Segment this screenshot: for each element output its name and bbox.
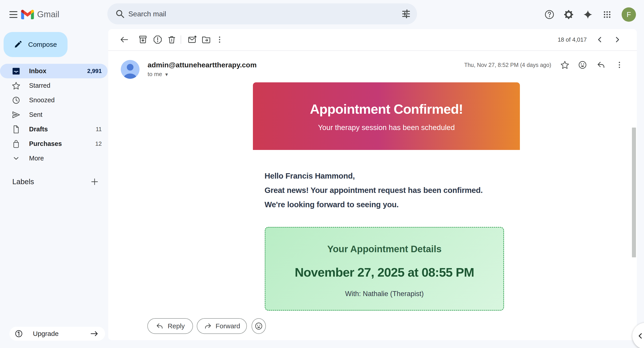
mark-unread-icon[interactable]	[187, 35, 197, 45]
move-to-folder-icon[interactable]	[201, 35, 211, 45]
toolbar-separator	[108, 50, 637, 51]
recipient-toggle[interactable]: to me▼	[148, 71, 169, 78]
clock-icon	[12, 96, 21, 105]
gmail-logo: Gmail	[21, 10, 59, 19]
smiley-icon	[254, 321, 263, 330]
message-more-options-icon[interactable]	[614, 60, 624, 70]
newer-chevron-icon[interactable]	[595, 35, 605, 45]
appointment-datetime: November 27, 2025 at 08:55 PM	[266, 265, 503, 280]
sidebar-item-label: Sent	[29, 111, 42, 118]
top-bar: Gmail	[0, 0, 644, 29]
gemini-sparkle-icon[interactable]	[583, 10, 593, 20]
forward-button-label: Forward	[216, 322, 240, 330]
compose-button[interactable]: Compose	[4, 32, 68, 57]
add-reaction-button[interactable]	[252, 318, 266, 334]
greeting-line: Hello Francis Hammond,	[264, 169, 578, 183]
sidebar-item-label: Snoozed	[29, 97, 55, 104]
sidebar-item-label: Inbox	[29, 67, 46, 75]
sidebar-item-label: More	[29, 155, 44, 162]
sender-email[interactable]: admin@attunehearttherapy.com	[148, 61, 257, 69]
pagination-counter: 18 of 4,017	[558, 36, 587, 43]
banner-title: Appointment Confirmed!	[253, 102, 520, 117]
sender-avatar[interactable]	[121, 60, 140, 79]
reply-icon[interactable]	[596, 60, 606, 70]
sidebar-item-drafts[interactable]: Drafts 11	[0, 122, 108, 137]
upgrade-label: Upgrade	[33, 330, 58, 337]
sidebar-item-purchases[interactable]: Purchases 12	[0, 137, 108, 151]
sidebar-item-label: Drafts	[29, 126, 48, 133]
recipient-label: to me	[148, 71, 162, 78]
delete-trash-icon[interactable]	[167, 35, 177, 45]
forward-button[interactable]: Forward	[197, 318, 247, 334]
sidebar-item-snoozed[interactable]: Snoozed	[0, 93, 108, 107]
details-title: Your Appointment Details	[266, 243, 503, 255]
inbox-icon	[12, 67, 21, 76]
emoji-reaction-icon[interactable]	[578, 60, 588, 70]
chevron-left-icon	[636, 331, 644, 340]
labels-section-header: Labels	[0, 176, 108, 188]
arrow-right-icon	[90, 329, 99, 338]
upgrade-one-icon	[14, 329, 23, 338]
labels-title: Labels	[12, 177, 34, 186]
search-input[interactable]	[128, 10, 401, 18]
upgrade-button[interactable]: Upgrade	[10, 327, 105, 340]
gmail-m-icon	[21, 10, 34, 19]
report-spam-icon[interactable]	[153, 35, 162, 45]
apps-grid-icon[interactable]	[602, 10, 612, 20]
scrollbar-thumb[interactable]	[632, 128, 636, 257]
gmail-logo-text: Gmail	[37, 10, 59, 19]
draft-file-icon	[12, 125, 21, 134]
search-filter-icon[interactable]	[401, 9, 411, 19]
main-menu-icon[interactable]	[5, 7, 22, 23]
archive-icon[interactable]	[138, 35, 148, 45]
sidebar-item-sent[interactable]: Sent	[0, 107, 108, 122]
toolbar-divider	[181, 35, 181, 44]
pencil-icon	[13, 40, 23, 50]
appointment-details-box: Your Appointment Details November 27, 20…	[265, 227, 504, 311]
sidebar-item-count: 2,991	[87, 68, 102, 75]
back-arrow-icon[interactable]	[119, 35, 129, 45]
star-icon	[12, 81, 21, 90]
email-timestamp: Thu, Nov 27, 8:52 PM (4 days ago)	[464, 62, 551, 68]
email-body-text: Hello Francis Hammond, Great news! Your …	[264, 169, 578, 212]
send-icon	[12, 110, 21, 120]
sidebar-item-starred[interactable]: Starred	[0, 78, 108, 93]
appointment-therapist: With: Nathalie (Therapist)	[266, 290, 503, 298]
confirmation-banner: Appointment Confirmed! Your therapy sess…	[253, 82, 520, 150]
top-actions: F	[540, 0, 644, 29]
email-view-card: 18 of 4,017 admin@attunehearttherapy.com…	[108, 29, 637, 340]
search-bar[interactable]	[107, 3, 417, 25]
settings-gear-icon[interactable]	[564, 10, 574, 20]
sidebar-item-more[interactable]: More	[0, 151, 108, 166]
add-label-icon[interactable]	[90, 177, 99, 186]
account-avatar[interactable]: F	[622, 8, 636, 22]
compose-label: Compose	[28, 41, 57, 48]
reply-arrow-icon	[156, 322, 164, 330]
sidebar-item-label: Starred	[29, 82, 50, 89]
chevron-down-icon	[12, 154, 21, 163]
help-icon[interactable]	[544, 10, 554, 20]
confirmation-line: Great news! Your appointment request has…	[264, 183, 578, 197]
sidebar-item-count: 11	[96, 126, 102, 133]
reply-button-label: Reply	[168, 322, 185, 330]
sidebar-item-inbox[interactable]: Inbox 2,991	[0, 64, 108, 78]
shopping-bag-icon	[12, 139, 21, 149]
recipient-caret-icon: ▼	[164, 72, 169, 77]
star-email-icon[interactable]	[560, 60, 570, 70]
closing-line: We're looking forward to seeing you.	[264, 197, 578, 212]
forward-arrow-icon	[204, 322, 212, 330]
more-options-icon[interactable]	[215, 35, 224, 45]
older-chevron-icon[interactable]	[612, 35, 622, 45]
sidebar-item-count: 12	[95, 140, 102, 147]
banner-subtitle: Your therapy session has been scheduled	[253, 123, 520, 132]
search-icon[interactable]	[115, 9, 125, 19]
reply-button[interactable]: Reply	[147, 318, 193, 334]
sidebar-item-label: Purchases	[29, 140, 62, 147]
